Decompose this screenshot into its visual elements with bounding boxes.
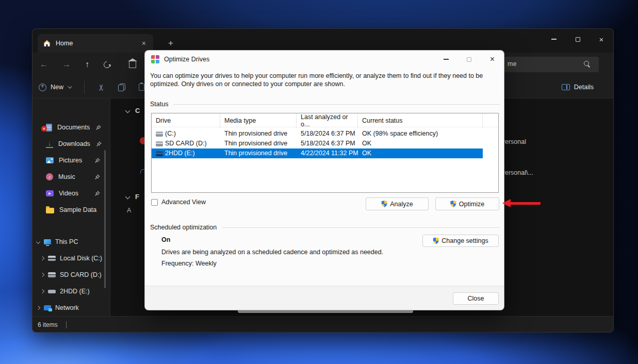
chevron-down-icon[interactable] — [36, 240, 40, 244]
details-button[interactable]: Details — [562, 84, 594, 91]
column-header-media-type[interactable]: Media type — [220, 113, 297, 128]
table-row-drive-c[interactable]: (C:) Thin provisioned drive 5/18/2024 6:… — [152, 129, 483, 139]
refresh-icon[interactable] — [102, 60, 111, 69]
window-maximize-button[interactable] — [566, 29, 590, 49]
dialog-maximize-button — [457, 51, 481, 68]
chevron-right-icon[interactable] — [40, 256, 44, 260]
drive-icon — [156, 131, 163, 137]
tab-bar: Home × + × — [32, 29, 613, 53]
sidebar-item-sample-data[interactable]: Sample Data — [32, 202, 110, 218]
this-pc-icon — [44, 239, 51, 244]
sidebar-item-videos[interactable]: Videos — [32, 185, 110, 202]
sidebar-item-documents[interactable]: × Documents — [32, 119, 110, 136]
table-row-drive-d[interactable]: SD CARD (D:) Thin provisioned drive 5/18… — [152, 139, 483, 148]
drive-icon — [48, 272, 56, 277]
toolbar-divider — [84, 81, 85, 93]
sidebar-item-downloads[interactable]: ↓ Downloads — [32, 136, 110, 152]
column-header-current-status[interactable]: Current status — [358, 113, 483, 128]
uac-shield-icon — [450, 201, 456, 207]
scheduled-description: Drives are being analyzed on a scheduled… — [161, 249, 383, 256]
tree-item-label: This PC — [55, 238, 78, 245]
optimize-button-label: Optimize — [459, 201, 484, 208]
change-settings-button[interactable]: Change settings — [422, 235, 499, 247]
close-button[interactable]: Close — [453, 292, 499, 305]
column-header-last-analyzed[interactable]: Last analyzed or o... — [297, 113, 358, 128]
defrag-app-icon — [151, 55, 159, 63]
chevron-right-icon[interactable] — [40, 289, 44, 293]
drives-table-body: (C:) Thin provisioned drive 5/18/2024 6:… — [152, 127, 498, 158]
sidebar-item-sd-card-d[interactable]: SD CARD (D:) — [32, 267, 110, 283]
videos-icon — [46, 190, 54, 196]
dialog-close-button[interactable]: × — [481, 51, 504, 68]
sidebar-item-music[interactable]: Music — [32, 169, 110, 185]
sidebar-item-this-pc[interactable]: This PC — [32, 234, 110, 250]
drive-icon — [156, 141, 163, 146]
file-label-fragment: A — [127, 207, 131, 214]
drives-table: Drive Media type Last analyzed or o... C… — [151, 113, 499, 193]
drive-icon — [48, 256, 56, 261]
up-button[interactable]: ↑ — [85, 60, 89, 69]
window-controls: × — [542, 29, 613, 49]
new-button[interactable]: New — [39, 84, 71, 91]
sidebar-scrollbar[interactable] — [104, 150, 106, 288]
forward-button[interactable]: → — [62, 60, 71, 69]
dialog-window-controls: × — [434, 51, 504, 68]
section-divider — [173, 104, 500, 105]
sidebar-item-2hdd-e[interactable]: 2HDD (E:) — [32, 283, 110, 300]
window-minimize-button[interactable] — [542, 29, 566, 49]
scheduled-frequency: Frequency: Weekly — [161, 260, 217, 267]
scheduled-state: On — [161, 236, 170, 243]
folder-icon — [46, 208, 54, 213]
sidebar-spacer — [32, 218, 110, 234]
chevron-right-icon[interactable] — [40, 273, 44, 277]
status-bar: 6 items — [32, 316, 613, 333]
chevron-down-icon[interactable] — [125, 194, 130, 200]
chevron-down-icon[interactable] — [125, 108, 130, 113]
sidebar-item-network[interactable]: Network — [32, 300, 110, 316]
new-button-label: New — [51, 84, 63, 91]
dialog-title-bar: Optimize Drives × — [145, 51, 504, 68]
sidebar-item-local-disk-c[interactable]: Local Disk (C:) — [32, 250, 110, 267]
section-header-fragment[interactable]: C — [126, 107, 140, 114]
uac-shield-icon — [433, 238, 439, 244]
drive-icon — [48, 290, 56, 293]
new-tab-button[interactable]: + — [164, 37, 177, 49]
analyze-button[interactable]: Analyze — [366, 197, 429, 210]
advanced-view-row: Advanced View — [151, 198, 206, 206]
chevron-down-icon — [68, 84, 72, 88]
cut-icon[interactable]: ✂ — [96, 84, 106, 90]
section-label-fragment: C — [135, 107, 140, 114]
minimize-icon — [444, 59, 449, 59]
copy-icon[interactable] — [118, 84, 125, 91]
column-header-filler — [483, 113, 498, 128]
sync-error-badge-icon: × — [41, 126, 47, 131]
chevron-right-icon[interactable] — [36, 306, 40, 310]
window-close-button[interactable]: × — [590, 29, 613, 49]
optimize-button[interactable]: Optimize — [435, 197, 499, 210]
desktop-wallpaper: Home × + × ← → ↑ me New — [0, 0, 638, 364]
dialog-minimize-button[interactable] — [434, 51, 457, 68]
tab-label: Home — [56, 40, 135, 47]
dialog-footer: Close — [145, 286, 504, 310]
analyze-button-label: Analyze — [390, 201, 413, 208]
drives-table-header: Drive Media type Last analyzed or o... C… — [152, 113, 498, 127]
sidebar-item-label: Downloads — [58, 140, 90, 147]
addressbar-home-icon — [129, 61, 136, 68]
back-button[interactable]: ← — [40, 60, 48, 69]
tab-home[interactable]: Home × — [38, 34, 153, 53]
column-header-drive[interactable]: Drive — [152, 113, 220, 128]
tab-close-icon[interactable]: × — [140, 39, 148, 47]
table-row-drive-e-selected[interactable]: 2HDD (E:) Thin provisioned drive 4/22/20… — [152, 148, 483, 158]
section-header-fragment[interactable]: F — [126, 193, 139, 201]
arrow-shaft — [510, 202, 541, 205]
sidebar-item-pictures[interactable]: Pictures — [32, 152, 110, 169]
sidebar-item-label: Music — [58, 173, 89, 180]
sidebar-item-label: Videos — [59, 190, 89, 197]
paste-icon[interactable] — [139, 84, 144, 91]
close-button-label: Close — [468, 295, 484, 302]
tree-item-label: Local Disk (C:) — [60, 255, 102, 262]
pin-icon — [95, 124, 102, 131]
advanced-view-checkbox[interactable] — [151, 199, 158, 206]
pin-icon — [94, 174, 101, 180]
music-icon — [46, 173, 53, 180]
